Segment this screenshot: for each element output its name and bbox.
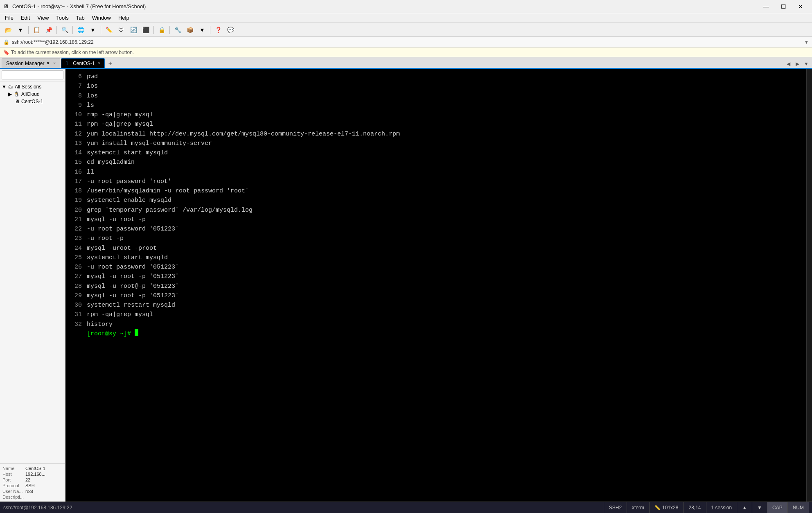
line-command: yum localinstall http://dev.mysql.com/ge… — [87, 129, 400, 139]
line-number: 23 — [70, 234, 87, 243]
line-command: grep 'temporary password' /var/log/mysql… — [87, 206, 253, 215]
line-number: 8 — [70, 91, 87, 101]
tab-session-manager[interactable]: Session Manager ▼ × — [2, 58, 60, 68]
line-command: -u root password '051223' — [87, 262, 179, 272]
line-command: ll — [87, 167, 94, 177]
line-number: 10 — [70, 110, 87, 120]
active-tab-label: CentOS-1 — [73, 61, 95, 66]
session-info-val-host: 192.168.... — [25, 471, 63, 477]
toolbar-find-btn[interactable]: 🔍 — [59, 25, 70, 35]
line-command: -u root -p — [87, 234, 124, 243]
toolbar-help-btn[interactable]: ❓ — [212, 25, 224, 35]
minimize-button[interactable]: — — [758, 1, 774, 12]
toolbar-pencil-btn[interactable]: ✏️ — [103, 25, 115, 35]
menu-bar: File Edit View Tools Tab Window Help — [0, 13, 812, 23]
status-cap-badge: CAP — [767, 502, 787, 513]
terminal-scrollbar[interactable] — [806, 69, 812, 502]
menu-help[interactable]: Help — [115, 14, 133, 22]
line-number: 20 — [70, 206, 87, 215]
tree-item-all-sessions[interactable]: ▼ 🗂 All Sessions — [0, 83, 65, 90]
toolbar-lock-btn[interactable]: 🔒 — [156, 25, 167, 35]
menu-view[interactable]: View — [34, 14, 52, 22]
terminal[interactable]: 6pwd7ios8los9ls10rmp -qa|grep mysql11rpm… — [65, 69, 806, 502]
line-command: mysql -u root -p '051223' — [87, 291, 179, 301]
line-number: 18 — [70, 186, 87, 196]
menu-edit[interactable]: Edit — [18, 14, 33, 22]
toolbar-open-btn[interactable]: ▼ — [15, 25, 26, 35]
line-number: 6 — [70, 72, 87, 81]
close-button[interactable]: ✕ — [792, 1, 809, 12]
line-number: 30 — [70, 301, 87, 310]
session-info-val-port: 22 — [25, 477, 63, 483]
tree-item-centos1[interactable]: 🖥 CentOS-1 — [0, 98, 65, 105]
toolbar-globe-btn2[interactable]: ▼ — [87, 25, 99, 35]
active-tab-close-btn[interactable]: × — [98, 61, 101, 66]
toolbar-sep-4 — [101, 26, 101, 34]
toolbar-sep-6 — [169, 26, 170, 34]
terminal-cursor — [135, 329, 138, 336]
toolbar-sep-5 — [153, 26, 154, 34]
tree-expand-icon: ▼ — [2, 84, 7, 90]
line-command: yum install mysql-community-server — [87, 139, 212, 148]
address-dropdown-btn[interactable]: ▼ — [804, 40, 809, 45]
toolbar-copy-btn[interactable]: 📋 — [31, 25, 42, 35]
session-info-row-host: Host 192.168.... — [2, 471, 63, 477]
menu-tab[interactable]: Tab — [73, 14, 88, 22]
status-address: ssh://root@192.168.186.129:22 — [3, 505, 604, 511]
status-arrow-up: ▲ — [737, 502, 752, 513]
tab-next-button[interactable]: ▶ — [793, 60, 801, 68]
toolbar-chat-btn[interactable]: 💬 — [225, 25, 236, 35]
line-command: ls — [87, 101, 94, 110]
sidebar-search-area — [0, 69, 65, 81]
line-command: rpm -qa|grep mysql — [87, 120, 153, 129]
terminal-line: 20grep 'temporary password' /var/log/mys… — [70, 206, 801, 215]
line-command: rpm -qa|grep mysql — [87, 310, 153, 319]
tab-prev-button[interactable]: ◀ — [784, 60, 792, 68]
sidebar-search-input[interactable] — [2, 70, 63, 79]
maximize-button[interactable]: ☐ — [775, 1, 792, 12]
toolbar-box-btn[interactable]: ⬛ — [140, 25, 151, 35]
line-number: 9 — [70, 101, 87, 110]
toolbar-shield-btn[interactable]: 🛡 — [115, 25, 127, 35]
tab-menu-button[interactable]: ▼ — [802, 60, 810, 68]
line-number: 15 — [70, 158, 87, 167]
status-sessions: 1 session — [706, 502, 737, 513]
menu-window[interactable]: Window — [89, 14, 114, 22]
toolbar-new-btn[interactable]: 📂 — [2, 25, 14, 35]
line-number: 29 — [70, 291, 87, 301]
sidebar-tree: ▼ 🗂 All Sessions ▶ 🐧 AliCloud 🖥 CentOS-1 — [0, 81, 65, 463]
terminal-line: 16ll — [70, 167, 801, 177]
line-command: cd mysqladmin — [87, 158, 135, 167]
session-info-key-name: Name — [2, 466, 25, 471]
line-number: 22 — [70, 224, 87, 234]
menu-tools[interactable]: Tools — [53, 14, 72, 22]
session-tab-close-btn[interactable]: × — [53, 61, 56, 66]
toolbar-pkg-btn[interactable]: 📦 — [184, 25, 196, 35]
toolbar-globe-btn[interactable]: 🌐 — [75, 25, 86, 35]
tab-centos1[interactable]: 1 CentOS-1 × — [61, 58, 105, 68]
tree-expand-icon: ▶ — [8, 91, 12, 97]
toolbar-pkg-btn2[interactable]: ▼ — [196, 25, 208, 35]
toolbar-wrench-btn[interactable]: 🔧 — [172, 25, 183, 35]
toolbar-paste-btn[interactable]: 📌 — [43, 25, 54, 35]
line-command: rmp -qa|grep mysql — [87, 110, 153, 120]
terminal-line: 23-u root -p — [70, 234, 801, 243]
status-num-badge: NUM — [787, 502, 809, 513]
add-tab-button[interactable]: + — [106, 59, 115, 68]
tab-bar: Session Manager ▼ × 1 CentOS-1 × + ◀ ▶ ▼ — [0, 57, 812, 69]
line-number: 25 — [70, 253, 87, 262]
terminal-prompt-line[interactable]: [root@sy ~]# — [70, 329, 801, 339]
session-info-val-desc — [25, 494, 63, 500]
tree-icon: 🗂 — [8, 84, 13, 90]
terminal-line: 29mysql -u root -p '051223' — [70, 291, 801, 301]
terminal-line: 17-u root password 'root' — [70, 177, 801, 186]
terminal-line: 31rpm -qa|grep mysql — [70, 310, 801, 319]
line-command: mysql -u root -p — [87, 215, 146, 224]
toolbar-refresh-btn[interactable]: 🔄 — [128, 25, 139, 35]
menu-file[interactable]: File — [2, 14, 17, 22]
tree-label: CentOS-1 — [21, 99, 43, 104]
terminal-prompt: [root@sy ~]# — [87, 329, 135, 339]
tree-item-alicloud[interactable]: ▶ 🐧 AliCloud — [0, 90, 65, 98]
line-command: pwd — [87, 72, 98, 81]
main-area: ▼ 🗂 All Sessions ▶ 🐧 AliCloud 🖥 CentOS-1… — [0, 69, 812, 502]
